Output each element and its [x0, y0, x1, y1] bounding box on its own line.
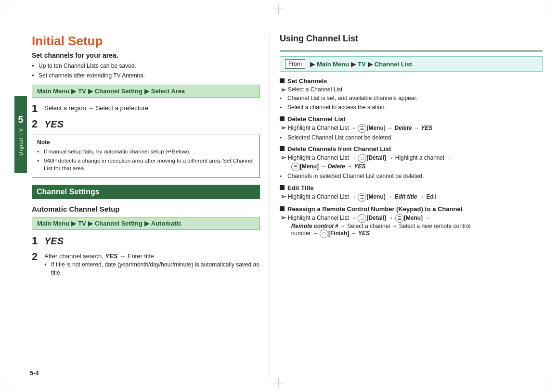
step-2-yes: YES [44, 119, 64, 129]
black-sq-2 [280, 116, 285, 121]
nav1-arrow2: ▶ [88, 88, 93, 95]
black-sq-4 [280, 185, 285, 190]
right-title-wrapper: Using Channel List [280, 34, 543, 51]
crosshair-bottom-v [278, 378, 279, 387]
crosshair-top-v [278, 5, 279, 14]
detail-icon-1: □ [358, 154, 366, 163]
corner-mark-tr [544, 5, 552, 13]
set-channels-bullet-1: Channel List is set, and available chann… [280, 94, 543, 102]
edit-title-arrow: ➢ Highlight a Channel List → ☰[Menu] → E… [281, 193, 543, 202]
section-reassign-label: Reassign a Remote Control Number (Keypad… [287, 205, 462, 213]
intro-bullet-2: Set channels after extending TV Antenna. [32, 72, 260, 80]
section-set-channels-title: Set Channels [280, 77, 543, 85]
reassign-arrow: ➢ Highlight a Channel List → □[Detail] →… [281, 214, 543, 238]
intro-bullet-1: Up to ten Channel Lists can be saved. [32, 62, 260, 70]
auto-step-2-text: After channel search, YES → Enter title [44, 252, 260, 261]
arrow-gt-2: ➢ [281, 124, 286, 131]
nav2-arrow3: ▶ [144, 220, 149, 227]
note-list: If manual setup fails, try automatic cha… [37, 148, 255, 172]
menu-icon-1: ☰ [358, 124, 366, 133]
arrow-gt-1: ➢ [281, 86, 286, 93]
section-delete-channel-list: Delete Channel List ➢ Highlight a Channe… [280, 115, 543, 142]
step-2: 2 YES [32, 119, 260, 130]
teal-arrow3: ▶ [368, 61, 373, 68]
step-2-content: YES [44, 119, 260, 130]
nav1-arrow3: ▶ [144, 88, 149, 95]
right-title: Using Channel List [280, 34, 543, 44]
black-sq-1 [280, 78, 285, 83]
delete-cl-bullet-1: Selected Channel List cannot be deleted. [280, 134, 543, 142]
section-reassign-title: Reassign a Remote Control Number (Keypad… [280, 205, 543, 213]
nav1-arrow1: ▶ [71, 88, 76, 95]
delete-channels-arrow: ➢ Highlight a Channel List → □[Detail] →… [281, 154, 543, 171]
auto-step-2-num: 2 [32, 252, 44, 262]
note-item-2: 940P detects a change in reception area … [37, 157, 255, 172]
menu-icon-4: ☰ [395, 214, 404, 223]
edit-title-arrow-text: Highlight a Channel List → ☰[Menu] → Edi… [288, 193, 436, 202]
step-1-text: Select a region → Select a prefecture [44, 103, 260, 113]
nav1-select-area: Select Area [151, 88, 185, 95]
note-title: Note [37, 139, 255, 146]
auto-step-2-bullet-1: If title is not entered, date (year/mont… [44, 261, 260, 277]
section-set-channels: Set Channels ➢ Select a Channel List Cha… [280, 77, 543, 112]
delete-channels-bullet-1: Channels in selected Channel List cannot… [280, 172, 543, 180]
main-title: Initial Setup [32, 34, 260, 49]
auto-step-1-content: YES [44, 236, 260, 247]
auto-step-2: 2 After channel search, YES → Enter titl… [32, 252, 260, 282]
channel-settings-header: Channel Settings [32, 185, 260, 199]
section-delete-cl-title: Delete Channel List [280, 115, 543, 123]
black-sq-5 [280, 206, 285, 211]
section-delete-channels-label: Delete Channels from Channel List [287, 145, 391, 152]
delete-cl-arrow: ➢ Highlight a Channel List → ☰[Menu] → D… [281, 124, 543, 133]
section-delete-channels-title: Delete Channels from Channel List [280, 145, 543, 152]
nav-bar-1: Main Menu ▶ TV ▶ Channel Setting ▶ Selec… [32, 85, 260, 98]
nav2-tv: TV [78, 220, 86, 227]
set-channels-arrow-text: Select a Channel List [288, 86, 342, 93]
nav1-channel-setting: Channel Setting [95, 88, 142, 95]
step-1-num: 1 [32, 103, 44, 114]
auto-step-2-content: After channel search, YES → Enter title … [44, 252, 260, 282]
set-channels-bullet-2: Select a channel to access the station. [280, 103, 543, 112]
detail-icon-2: □ [358, 214, 366, 223]
teal-tv: TV [358, 61, 366, 68]
section-edit-title: Edit Title ➢ Highlight a Channel List → … [280, 184, 543, 202]
section-edit-title-label: Edit Title [287, 184, 314, 191]
menu-icon-2: ☰ [291, 163, 300, 171]
nav1-main-menu: Main Menu [37, 88, 69, 95]
arrow-gt-5: ➢ [281, 214, 286, 221]
section-delete-channels: Delete Channels from Channel List ➢ High… [280, 145, 543, 180]
arrow-gt-4: ➢ [281, 193, 286, 200]
corner-mark-br [544, 379, 552, 387]
nav2-channel-setting: Channel Setting [95, 220, 142, 227]
page-container: Initial Setup Set channels for your area… [14, 14, 543, 378]
auto-channel-title: Automatic Channel Setup [32, 205, 260, 213]
teal-arrow2: ▶ [351, 61, 356, 68]
step-1: 1 Select a region → Select a prefecture [32, 103, 260, 114]
step-1-content: Select a region → Select a prefecture [44, 103, 260, 113]
delete-channels-arrow-text: Highlight a Channel List → □[Detail] → H… [288, 154, 452, 171]
nav1-tv: TV [78, 88, 86, 95]
delete-cl-arrow-text: Highlight a Channel List → ☰[Menu] → Del… [288, 124, 432, 133]
auto-step-2-bullets: If title is not entered, date (year/mont… [44, 261, 260, 277]
right-column: Using Channel List From ▶ Main Menu ▶ TV… [270, 14, 543, 378]
teal-channel-list: Channel List [375, 61, 412, 68]
nav2-arrow1: ▶ [71, 220, 76, 227]
corner-mark-tl [5, 5, 13, 13]
subtitle: Set channels for your area. [32, 51, 260, 59]
note-item-1: If manual setup fails, try automatic cha… [37, 148, 255, 155]
right-sections: Set Channels ➢ Select a Channel List Cha… [280, 77, 543, 238]
nav-bar-2: Main Menu ▶ TV ▶ Channel Setting ▶ Autom… [32, 217, 260, 230]
note-box: Note If manual setup fails, try automati… [32, 135, 260, 178]
left-column: Initial Setup Set channels for your area… [14, 14, 270, 378]
auto-step-1: 1 YES [32, 236, 260, 247]
arrow-gt-3: ➢ [281, 154, 286, 161]
auto-step-1-num: 1 [32, 236, 44, 246]
menu-icon-3: ☰ [358, 193, 366, 202]
section-edit-title-header: Edit Title [280, 184, 543, 191]
nav2-automatic: Automatic [151, 220, 182, 227]
auto-step-1-yes: YES [44, 236, 64, 246]
reassign-arrow-text: Highlight a Channel List → □[Detail] → ☰… [288, 214, 471, 238]
section-delete-cl-label: Delete Channel List [287, 115, 346, 123]
step-2-num: 2 [32, 119, 44, 129]
teal-main-menu: Main Menu [317, 61, 349, 68]
